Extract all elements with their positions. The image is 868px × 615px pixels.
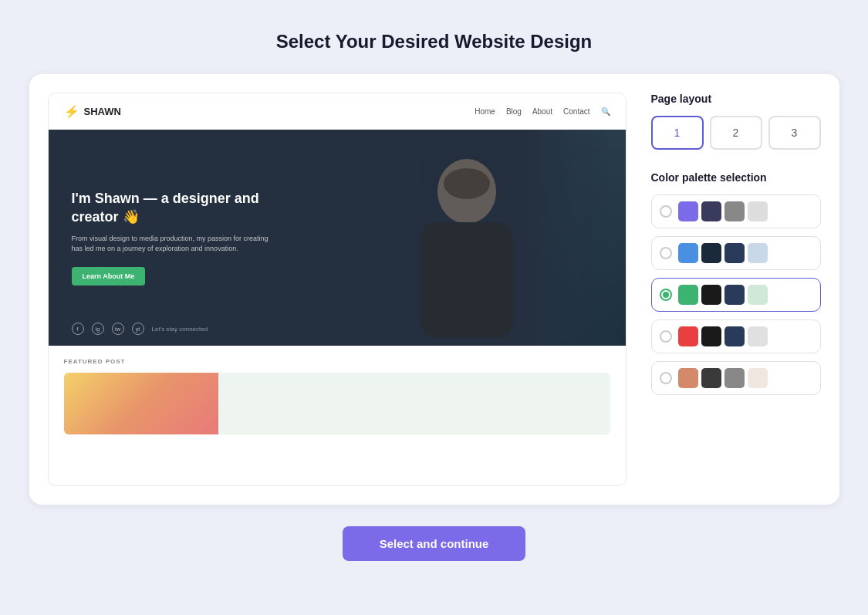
- layout-title: Page layout: [651, 93, 821, 105]
- website-preview: ⚡ SHAWN Home Blog About Contact 🔍 I'm Sh…: [48, 93, 627, 486]
- palette-swatches-5: [678, 368, 768, 388]
- hero-cta-button: Learn About Me: [72, 267, 146, 286]
- hero-subtitle: From visual design to media production, …: [72, 234, 272, 255]
- page-title: Select Your Desired Website Design: [276, 31, 592, 52]
- preview-nav: ⚡ SHAWN Home Blog About Contact 🔍: [49, 93, 626, 130]
- social-twitter: tw: [112, 323, 124, 335]
- layout-option-3[interactable]: 3: [768, 116, 821, 150]
- swatch-4-3: [724, 326, 745, 346]
- featured-content-area: [218, 373, 610, 434]
- palette-swatches-1: [678, 201, 768, 221]
- palette-row-4[interactable]: [651, 319, 821, 353]
- palette-list: [651, 194, 821, 395]
- swatch-1-2: [701, 201, 721, 221]
- hero-content: I'm Shawn — a designer and creator 👋 Fro…: [49, 190, 296, 286]
- swatch-4-2: [701, 326, 721, 346]
- swatch-5-1: [678, 368, 698, 388]
- swatch-2-4: [748, 243, 768, 263]
- swatch-3-3: [724, 285, 745, 305]
- layout-section: Page layout 1 2 3: [651, 93, 821, 150]
- swatch-5-4: [748, 368, 768, 388]
- social-facebook: f: [72, 323, 84, 335]
- swatch-5-2: [701, 368, 721, 388]
- nav-link-contact: Contact: [563, 107, 589, 116]
- main-card: ⚡ SHAWN Home Blog About Contact 🔍 I'm Sh…: [29, 74, 839, 505]
- preview-nav-links: Home Blog About Contact 🔍: [475, 107, 610, 116]
- swatch-3-2: [701, 285, 721, 305]
- nav-search-icon: 🔍: [601, 107, 610, 116]
- swatch-4-4: [748, 326, 768, 346]
- featured-card: [64, 373, 610, 434]
- palette-radio-3: [660, 289, 672, 301]
- palette-swatches-3: [678, 285, 768, 305]
- swatch-3-1: [678, 285, 698, 305]
- swatch-2-3: [724, 243, 745, 263]
- preview-hero: I'm Shawn — a designer and creator 👋 Fro…: [49, 130, 626, 346]
- layout-option-1[interactable]: 1: [651, 116, 704, 150]
- swatch-5-3: [724, 368, 745, 388]
- social-instagram: ig: [92, 323, 104, 335]
- palette-row-3[interactable]: [651, 278, 821, 312]
- palette-radio-2: [660, 247, 672, 259]
- palette-radio-4: [660, 330, 672, 343]
- palette-swatches-4: [678, 326, 768, 346]
- svg-point-2: [444, 168, 490, 199]
- social-youtube: yt: [132, 323, 144, 335]
- social-text: Let's stay connected: [152, 326, 208, 333]
- bottom-bar: Select and continue: [343, 526, 526, 561]
- palette-row-5[interactable]: [651, 361, 821, 395]
- logo-text: SHAWN: [84, 106, 121, 117]
- nav-link-home: Home: [475, 107, 495, 116]
- swatch-2-1: [678, 243, 698, 263]
- swatch-4-1: [678, 326, 698, 346]
- nav-link-blog: Blog: [506, 107, 522, 116]
- featured-label: FEATURED POST: [64, 358, 610, 365]
- layout-option-2[interactable]: 2: [710, 116, 762, 150]
- hero-title: I'm Shawn — a designer and creator 👋: [72, 190, 272, 226]
- palette-row-2[interactable]: [651, 236, 821, 270]
- swatch-2-2: [701, 243, 721, 263]
- layout-options: 1 2 3: [651, 116, 821, 150]
- featured-image: [64, 373, 218, 434]
- nav-link-about: About: [532, 107, 552, 116]
- svg-rect-1: [420, 222, 513, 338]
- swatch-3-4: [748, 285, 768, 305]
- swatch-1-3: [724, 201, 745, 221]
- options-panel: Page layout 1 2 3 Color palette selectio…: [651, 93, 821, 486]
- hero-socials: f ig tw yt Let's stay connected: [72, 323, 208, 335]
- palette-section: Color palette selection: [651, 171, 821, 395]
- preview-featured: FEATURED POST: [49, 346, 626, 447]
- palette-title: Color palette selection: [651, 171, 821, 184]
- logo-icon: ⚡: [64, 104, 79, 119]
- palette-radio-1: [660, 205, 672, 218]
- palette-swatches-2: [678, 243, 768, 263]
- select-continue-button[interactable]: Select and continue: [343, 526, 526, 561]
- swatch-1-4: [748, 201, 768, 221]
- hero-person-image: [308, 130, 625, 346]
- swatch-1-1: [678, 201, 698, 221]
- palette-radio-5: [660, 372, 672, 384]
- preview-logo: ⚡ SHAWN: [64, 104, 121, 119]
- palette-row-1[interactable]: [651, 194, 821, 228]
